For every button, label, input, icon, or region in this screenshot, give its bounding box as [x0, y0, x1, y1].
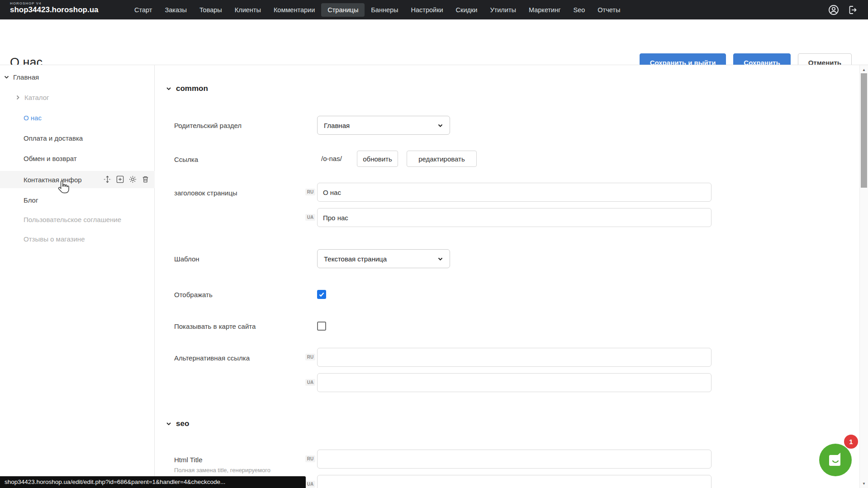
logout-icon[interactable]	[847, 5, 858, 15]
tree-item-action-icons	[103, 175, 150, 184]
menu-item-start[interactable]: Старт	[128, 3, 158, 17]
menu-item-orders[interactable]: Заказы	[158, 3, 193, 17]
scroll-up-button[interactable]: ▲	[860, 66, 868, 73]
logo-domain: shop34423.horoshop.ua	[10, 6, 99, 14]
section-title: seo	[176, 419, 189, 428]
sitemap-checkbox[interactable]	[317, 322, 326, 331]
menu-item-seo[interactable]: Seo	[567, 3, 592, 17]
logo: HOROSHOP V4 shop34423.horoshop.ua	[10, 2, 99, 14]
top-menu: Старт Заказы Товары Клиенты Комментарии …	[128, 0, 626, 19]
delete-trash-icon[interactable]	[141, 175, 150, 184]
menu-item-clients[interactable]: Клиенты	[228, 3, 267, 17]
html-title-ru-input[interactable]	[317, 450, 711, 469]
lang-badge-ru: RU	[305, 189, 315, 195]
sidebar-item-label: Обмен и возврат	[24, 155, 77, 162]
link-path: /o-nas/	[321, 151, 342, 167]
status-url-tooltip: shop34423.horoshop.ua/edit/edit.php?id=6…	[0, 476, 306, 488]
chevron-down-icon	[437, 256, 443, 262]
sidebar-tree: Главная Каталог О нас Оплата и доставка …	[0, 65, 155, 488]
vertical-scrollbar[interactable]: ▲ ▼	[859, 65, 868, 488]
select-value: Главная	[324, 122, 350, 129]
sidebar-item-catalog[interactable]: Каталог	[15, 90, 49, 104]
menu-item-settings[interactable]: Настройки	[404, 3, 449, 17]
chevron-right-icon[interactable]	[15, 95, 20, 100]
alt-link-ua-input[interactable]	[317, 373, 711, 392]
menu-item-discounts[interactable]: Скидки	[450, 3, 484, 17]
sidebar-item-label: Контактная инфор	[24, 176, 82, 184]
chevron-down-icon	[437, 123, 443, 128]
html-title-ua-input[interactable]	[317, 475, 711, 488]
sidebar-item-label: Отзывы о магазине	[24, 235, 85, 243]
sidebar-item-payment-delivery[interactable]: Оплата и доставка	[24, 131, 83, 145]
alt-link-label: Альтернативная ссылка	[174, 354, 305, 362]
alt-link-ru-input[interactable]	[317, 348, 711, 367]
refresh-link-button[interactable]: обновить	[357, 151, 398, 167]
display-label: Отображать	[174, 291, 305, 298]
chevron-down-icon	[166, 421, 171, 426]
menu-item-pages[interactable]: Страницы	[321, 3, 365, 17]
sidebar-item-label: Оплата и доставка	[24, 134, 83, 142]
check-icon	[318, 291, 325, 298]
page-header: О нас Сохранить и выйти Сохранить Отмени…	[0, 19, 868, 65]
section-common[interactable]: common	[166, 84, 208, 93]
sidebar-item-label: Главная	[13, 73, 39, 81]
lang-badge-ua: UA	[305, 214, 315, 221]
menu-item-banners[interactable]: Баннеры	[365, 3, 404, 17]
sidebar-item-store-reviews[interactable]: Отзывы о магазине	[24, 232, 85, 246]
add-icon[interactable]	[116, 175, 124, 184]
sidebar-item-home[interactable]: Главная	[4, 70, 39, 84]
sidebar-item-contact-info[interactable]: Контактная инфор	[24, 173, 82, 186]
lang-badge-ua: UA	[305, 481, 315, 488]
template-select[interactable]: Текстовая страница	[317, 249, 450, 268]
settings-gear-icon[interactable]	[128, 175, 137, 184]
form-panel: common Родительский раздел Главная Ссылк…	[155, 65, 859, 488]
menu-item-utilities[interactable]: Утилиты	[484, 3, 522, 17]
html-title-hint: Полная замена title, генерируемого	[174, 467, 310, 474]
menu-item-reports[interactable]: Отчеты	[591, 3, 626, 17]
sitemap-label: Показывать в карте сайта	[174, 322, 305, 330]
move-icon[interactable]	[103, 175, 112, 184]
page-title-ru-input[interactable]	[317, 183, 711, 202]
scroll-down-button[interactable]: ▼	[860, 480, 868, 487]
html-title-label: Html Title	[174, 456, 305, 464]
chat-notification-badge: 1	[844, 435, 858, 449]
mouse-hand-cursor	[57, 180, 70, 194]
select-value: Текстовая страница	[324, 255, 387, 263]
sidebar-item-blog[interactable]: Блог	[24, 193, 38, 207]
chevron-down-icon[interactable]	[4, 75, 9, 80]
sidebar-item-label: Пользовательское соглашение	[24, 216, 121, 223]
sidebar-item-user-agreement[interactable]: Пользовательское соглашение	[24, 213, 121, 226]
sidebar-item-about[interactable]: О нас	[24, 111, 42, 124]
section-title: common	[176, 84, 208, 93]
chat-button[interactable]	[819, 444, 852, 476]
page-title-ua-input[interactable]	[317, 208, 711, 227]
lang-badge-ua: UA	[305, 379, 315, 386]
chat-bubble-icon	[827, 451, 844, 469]
menu-item-products[interactable]: Товары	[193, 3, 228, 17]
chevron-down-icon	[166, 86, 171, 91]
lang-badge-ru: RU	[305, 455, 315, 462]
account-icon[interactable]	[828, 5, 839, 15]
edit-link-button[interactable]: редактировать	[407, 151, 477, 167]
screen: HOROSHOP V4 shop34423.horoshop.ua Старт …	[0, 0, 868, 488]
section-seo[interactable]: seo	[166, 419, 189, 428]
sidebar-item-label: Каталог	[24, 94, 49, 101]
parent-section-label: Родительский раздел	[174, 122, 305, 129]
scrollbar-thumb[interactable]	[861, 73, 867, 188]
display-checkbox[interactable]	[317, 290, 326, 299]
topbar: HOROSHOP V4 shop34423.horoshop.ua Старт …	[0, 0, 868, 19]
page-title-label: заголовок страницы	[174, 189, 305, 197]
menu-item-comments[interactable]: Комментарии	[267, 3, 321, 17]
topbar-right-icons	[828, 0, 858, 19]
parent-section-select[interactable]: Главная	[317, 116, 450, 135]
sidebar-item-label: Блог	[24, 196, 38, 204]
template-label: Шаблон	[174, 255, 305, 263]
link-label: Ссылка	[174, 156, 305, 163]
sidebar-item-exchange-return[interactable]: Обмен и возврат	[24, 152, 77, 165]
lang-badge-ru: RU	[305, 354, 315, 360]
menu-item-marketing[interactable]: Маркетинг	[522, 3, 567, 17]
sidebar-item-label: О нас	[24, 114, 42, 122]
